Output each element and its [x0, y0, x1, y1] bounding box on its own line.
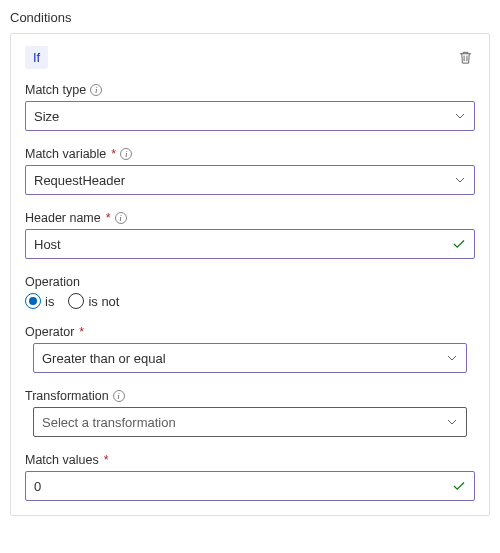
radio-label: is	[45, 294, 54, 309]
field-operation: Operation is is not	[25, 275, 475, 309]
label-text: Operation	[25, 275, 80, 289]
label-text: Match variable	[25, 147, 106, 161]
label-text: Transformation	[25, 389, 109, 403]
info-icon[interactable]: i	[113, 390, 125, 402]
label-match-type: Match type i	[25, 83, 475, 97]
field-operator: Operator * Greater than or equal	[25, 325, 475, 373]
label-match-variable: Match variable * i	[25, 147, 475, 161]
select-match-type[interactable]: Size	[25, 101, 475, 131]
radio-indicator	[68, 293, 84, 309]
label-text: Header name	[25, 211, 101, 225]
check-icon	[444, 237, 474, 251]
select-operator[interactable]: Greater than or equal	[33, 343, 467, 373]
label-text: Operator	[25, 325, 74, 339]
section-title: Conditions	[10, 10, 490, 25]
input-match-values[interactable]	[25, 471, 475, 501]
select-match-variable[interactable]: RequestHeader	[25, 165, 475, 195]
input-header-name[interactable]	[25, 229, 475, 259]
if-badge: If	[25, 46, 48, 69]
field-match-type: Match type i Size	[25, 83, 475, 131]
chevron-down-icon	[446, 174, 474, 186]
radio-label: is not	[88, 294, 119, 309]
match-values-input[interactable]	[26, 472, 444, 500]
required-indicator: *	[106, 211, 111, 225]
required-indicator: *	[111, 147, 116, 161]
select-placeholder: Select a transformation	[34, 415, 438, 430]
label-operator: Operator *	[25, 325, 475, 339]
select-value: Greater than or equal	[34, 351, 438, 366]
label-text: Match values	[25, 453, 99, 467]
radio-is-not[interactable]: is not	[68, 293, 119, 309]
radio-is[interactable]: is	[25, 293, 54, 309]
field-match-values: Match values *	[25, 453, 475, 501]
label-transformation: Transformation i	[25, 389, 475, 403]
info-icon[interactable]: i	[115, 212, 127, 224]
required-indicator: *	[79, 325, 84, 339]
select-transformation[interactable]: Select a transformation	[33, 407, 467, 437]
header-name-input[interactable]	[26, 230, 444, 258]
chevron-down-icon	[446, 110, 474, 122]
check-icon	[444, 479, 474, 493]
required-indicator: *	[104, 453, 109, 467]
label-header-name: Header name * i	[25, 211, 475, 225]
label-match-values: Match values *	[25, 453, 475, 467]
delete-button[interactable]	[456, 48, 475, 67]
select-value: RequestHeader	[26, 173, 446, 188]
operation-radio-group: is is not	[25, 293, 475, 309]
info-icon[interactable]: i	[120, 148, 132, 160]
info-icon[interactable]: i	[90, 84, 102, 96]
trash-icon	[458, 50, 473, 65]
panel-header: If	[25, 46, 475, 69]
label-text: Match type	[25, 83, 86, 97]
field-header-name: Header name * i	[25, 211, 475, 259]
select-value: Size	[26, 109, 446, 124]
field-match-variable: Match variable * i RequestHeader	[25, 147, 475, 195]
chevron-down-icon	[438, 352, 466, 364]
condition-panel: If Match type i Size Match variable * i	[10, 33, 490, 516]
label-operation: Operation	[25, 275, 475, 289]
field-transformation: Transformation i Select a transformation	[25, 389, 475, 437]
radio-indicator	[25, 293, 41, 309]
chevron-down-icon	[438, 416, 466, 428]
